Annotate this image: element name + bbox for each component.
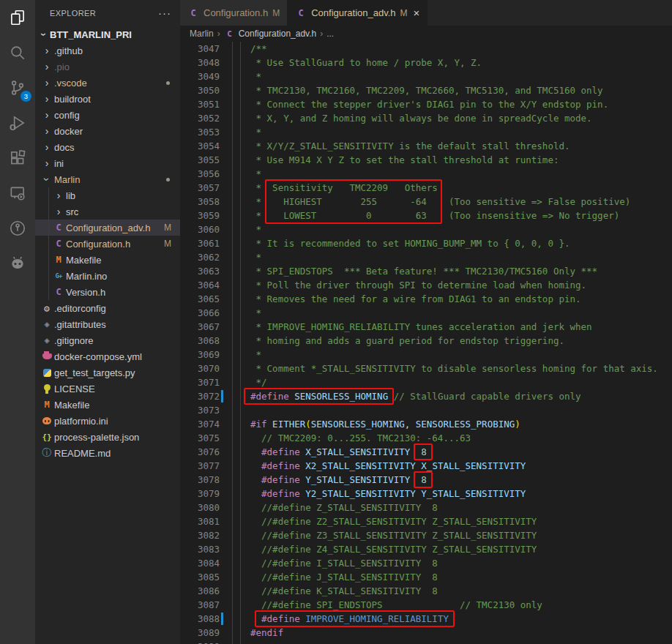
tree-item-license[interactable]: LICENSE [35,381,180,397]
code-line-3072[interactable]: 3072#define SENSORLESS_HOMING // StallGu… [180,389,672,403]
line-number[interactable]: 3087 [180,598,220,612]
line-number[interactable]: 3056 [180,167,220,181]
line-number[interactable]: 3064 [180,278,220,292]
line-number[interactable]: 3063 [180,264,220,278]
line-number[interactable]: 3061 [180,236,220,250]
tree-item-marlin[interactable]: ›Marlin [35,171,180,187]
code-line-3074[interactable]: 3074#if EITHER(SENSORLESS_HOMING, SENSOR… [180,417,672,431]
activity-search-icon[interactable] [0,35,35,70]
activity-explorer-icon[interactable] [0,0,35,35]
code-line-3048[interactable]: 3048 * Use StallGuard to home / probe X,… [180,56,672,70]
code-line-3071[interactable]: 3071 */ [180,375,672,389]
line-number[interactable]: 3053 [180,125,220,139]
line-number[interactable]: 3077 [180,459,220,473]
code-line-3073[interactable]: 3073 [180,403,672,417]
code-line-3077[interactable]: 3077 #define X2_STALL_SENSITIVITY X_STAL… [180,459,672,473]
code-line-3086[interactable]: 3086 //#define K_STALL_SENSITIVITY 8 [180,584,672,598]
activity-remote-explorer-icon[interactable] [0,176,35,211]
code-line-3081[interactable]: 3081 //#define Z2_STALL_SENSITIVITY Z_ST… [180,514,672,528]
tree-item-docker[interactable]: ›docker [35,123,180,139]
tree-item-lib[interactable]: ›lib [35,187,180,203]
code-line-3064[interactable]: 3064 * Poll the driver through SPI to de… [180,278,672,292]
code-editor[interactable]: 3047/**3048 * Use StallGuard to home / p… [180,42,672,644]
tree-item-makefile[interactable]: MMakefile [35,252,180,268]
code-line-3082[interactable]: 3082 //#define Z3_STALL_SENSITIVITY Z_ST… [180,528,672,542]
tree-item-gitattributes[interactable]: ◈.gitattributes [35,316,180,332]
tree-item-get-test-targets-py[interactable]: get_test_targets.py [35,364,180,381]
line-number[interactable]: 3089 [180,626,220,640]
code-line-3066[interactable]: 3066 * [180,306,672,320]
line-number[interactable]: 3088 [180,612,220,626]
tab-configuration-h[interactable]: CConfiguration.hM [180,0,288,26]
line-number[interactable]: 3079 [180,487,220,501]
tree-item-readme-md[interactable]: ⓘREADME.md [35,445,180,461]
code-line-3050[interactable]: 3050 * TMC2130, TMC2160, TMC2209, TMC266… [180,83,672,97]
code-line-3062[interactable]: 3062 * [180,250,672,264]
line-number[interactable]: 3078 [180,473,220,487]
line-number[interactable]: 3048 [180,56,220,70]
line-number[interactable]: 3084 [180,556,220,570]
tree-item-gitignore[interactable]: ◈.gitignore [35,332,180,348]
tree-item-marlin-ino[interactable]: G+Marlin.ino [35,268,180,284]
line-number[interactable]: 3071 [180,375,220,389]
tree-item-vscode[interactable]: ›.vscode [35,75,180,91]
code-line-3087[interactable]: 3087 //#define SPI_ENDSTOPS // TMC2130 o… [180,598,672,612]
code-line-3090[interactable]: 3090 [180,640,672,644]
code-line-3052[interactable]: 3052 * X, Y, and Z homing will always be… [180,111,672,125]
line-number[interactable]: 3052 [180,111,220,125]
tree-item-github[interactable]: ›.github [35,42,180,59]
line-number[interactable]: 3080 [180,501,220,514]
code-line-3049[interactable]: 3049 * [180,70,672,83]
code-line-3069[interactable]: 3069 * [180,348,672,362]
code-line-3061[interactable]: 3061 * It is recommended to set HOMING_B… [180,236,672,250]
code-line-3076[interactable]: 3076 #define X_STALL_SENSITIVITY 8 [180,445,672,459]
line-number[interactable]: 3059 [180,209,220,222]
tree-item-src[interactable]: ›src [35,203,180,220]
code-line-3075[interactable]: 3075 // TMC2209: 0...255. TMC2130: -64..… [180,431,672,445]
code-line-3079[interactable]: 3079 #define Y2_STALL_SENSITIVITY Y_STAL… [180,487,672,501]
code-line-3057[interactable]: 3057 * Sensitivity TMC2209 Others [180,181,672,195]
line-number[interactable]: 3085 [180,570,220,584]
tree-item-buildroot[interactable]: ›buildroot [35,91,180,107]
line-number[interactable]: 3068 [180,334,220,348]
code-line-3055[interactable]: 3055 * Use M914 X Y Z to set the stall t… [180,153,672,167]
activity-source-control-icon[interactable]: 3 [0,70,35,105]
line-number[interactable]: 3050 [180,83,220,97]
line-number[interactable]: 3076 [180,445,220,459]
tree-item-configuration-h[interactable]: CConfiguration.hM [35,236,180,252]
breadcrumb-file[interactable]: CConfiguration_adv.h [224,28,317,40]
code-line-3053[interactable]: 3053 * [180,125,672,139]
breadcrumb-folder[interactable]: Marlin [190,29,214,39]
close-icon[interactable]: × [414,7,420,19]
line-number[interactable]: 3069 [180,348,220,362]
line-number[interactable]: 3062 [180,250,220,264]
tree-item-process-palette-json[interactable]: {}process-palette.json [35,429,180,445]
code-line-3070[interactable]: 3070 * Comment *_STALL_SENSITIVITY to di… [180,362,672,375]
tree-item-config[interactable]: ›config [35,107,180,123]
tree-item-makefile[interactable]: MMakefile [35,397,180,413]
breadcrumb-symbol-more[interactable]: ... [326,29,334,39]
tree-item-configuration-adv-h[interactable]: CConfiguration_adv.hM [35,220,180,236]
line-number[interactable]: 3058 [180,195,220,209]
activity-extensions-icon[interactable] [0,141,35,176]
code-line-3058[interactable]: 3058 * HIGHEST 255 -64 (Too sensitive =>… [180,195,672,209]
code-line-3060[interactable]: 3060 * [180,222,672,236]
line-number[interactable]: 3065 [180,292,220,306]
line-number[interactable]: 3055 [180,153,220,167]
tree-item-docs[interactable]: ›docs [35,139,180,155]
code-line-3051[interactable]: 3051 * Connect the stepper driver's DIAG… [180,97,672,111]
line-number[interactable]: 3051 [180,97,220,111]
code-line-3059[interactable]: 3059 * LOWEST 0 63 (Too insensitive => N… [180,209,672,222]
tree-root-btt-marlin-pri[interactable]: › BTT_MARLIN_PRI [35,26,180,42]
line-number[interactable]: 3082 [180,528,220,542]
code-line-3089[interactable]: 3089#endif [180,626,672,640]
line-number[interactable]: 3072 [180,389,220,403]
code-line-3056[interactable]: 3056 * [180,167,672,181]
line-number[interactable]: 3047 [180,42,220,56]
tree-item-version-h[interactable]: CVersion.h [35,284,180,300]
line-number[interactable]: 3074 [180,417,220,431]
activity-platformio-icon[interactable] [0,246,35,281]
code-line-3067[interactable]: 3067 * IMPROVE_HOMING_RELIABILITY tunes … [180,320,672,334]
activity-gitlens-icon[interactable] [0,211,35,246]
code-line-3088[interactable]: 3088 #define IMPROVE_HOMING_RELIABILITY [180,612,672,626]
